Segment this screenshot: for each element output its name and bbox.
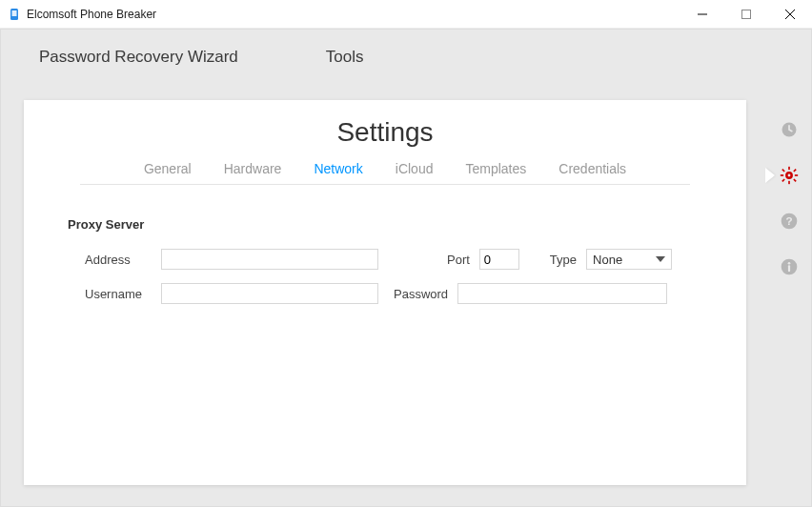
- port-input[interactable]: [479, 249, 519, 270]
- svg-rect-1: [12, 10, 17, 16]
- type-select[interactable]: None: [586, 249, 672, 270]
- svg-rect-12: [782, 169, 785, 172]
- app-body: Password Recovery Wizard Tools Settings …: [0, 29, 812, 507]
- menu-tools[interactable]: Tools: [326, 48, 364, 67]
- page-title: Settings: [24, 100, 746, 148]
- tab-icloud[interactable]: iCloud: [396, 161, 434, 176]
- password-input[interactable]: [457, 283, 667, 304]
- history-button[interactable]: [779, 119, 800, 140]
- svg-point-19: [788, 262, 791, 265]
- password-label: Password: [394, 287, 448, 301]
- menu-password-recovery-wizard[interactable]: Password Recovery Wizard: [39, 48, 238, 67]
- tab-general[interactable]: General: [144, 161, 192, 176]
- maximize-button[interactable]: [724, 0, 768, 28]
- type-select-value: None: [593, 253, 622, 267]
- svg-rect-3: [742, 10, 751, 18]
- proxy-section: Proxy Server Address Port Type None User…: [24, 185, 746, 304]
- help-button[interactable]: ?: [779, 211, 800, 232]
- svg-rect-15: [793, 169, 797, 172]
- tab-templates[interactable]: Templates: [465, 161, 526, 176]
- svg-rect-10: [781, 174, 783, 176]
- svg-text:?: ?: [785, 214, 792, 227]
- close-button[interactable]: [768, 0, 812, 28]
- info-button[interactable]: [779, 256, 800, 277]
- titlebar: Elcomsoft Phone Breaker: [0, 0, 812, 29]
- minimize-button[interactable]: [680, 0, 724, 28]
- content-card: Settings General Hardware Network iCloud…: [24, 100, 746, 485]
- svg-rect-14: [782, 178, 785, 182]
- type-label: Type: [550, 253, 577, 267]
- tab-network[interactable]: Network: [314, 161, 362, 176]
- address-label: Address: [85, 253, 152, 267]
- svg-rect-8: [788, 167, 790, 170]
- chevron-down-icon: [656, 256, 665, 262]
- username-label: Username: [85, 287, 152, 301]
- svg-rect-20: [788, 265, 790, 272]
- app-icon: [8, 8, 21, 21]
- menubar: Password Recovery Wizard Tools: [1, 30, 811, 85]
- port-label: Port: [447, 253, 470, 267]
- proxy-section-title: Proxy Server: [68, 217, 702, 232]
- tab-credentials[interactable]: Credentials: [558, 161, 626, 176]
- window-title: Elcomsoft Phone Breaker: [27, 8, 156, 21]
- svg-point-7: [786, 172, 791, 177]
- active-caret-icon: [765, 168, 775, 183]
- svg-rect-13: [793, 178, 797, 182]
- svg-rect-11: [795, 174, 798, 176]
- address-input[interactable]: [161, 249, 378, 270]
- tab-hardware[interactable]: Hardware: [224, 161, 282, 176]
- svg-rect-9: [788, 181, 790, 184]
- settings-tabstrip: General Hardware Network iCloud Template…: [80, 161, 690, 185]
- username-input[interactable]: [161, 283, 378, 304]
- settings-button[interactable]: [779, 165, 800, 186]
- side-rail: ?: [767, 100, 811, 277]
